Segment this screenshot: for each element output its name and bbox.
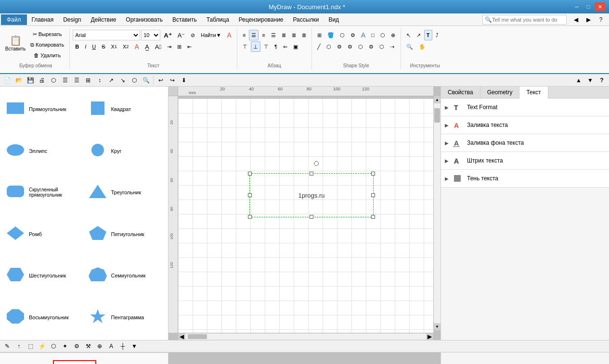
zoom-tool-btn[interactable]: 🔍 [404,41,415,52]
shape-item-star[interactable]: Пентаграмма [86,299,165,337]
shape-item-pentagon[interactable]: Пятиугольник [86,215,165,253]
shape-item-rect[interactable]: Прямоугольник [4,90,82,128]
tb-btn9[interactable]: ↕ [94,75,105,86]
tab-properties[interactable]: Свойства [441,87,480,98]
align-left-button[interactable]: ≡ [240,30,248,40]
tb-btn8[interactable]: ⊞ [83,75,93,86]
shape-item-hexagon[interactable]: Шестиугольник [4,257,82,295]
undo-btn[interactable]: ↩ [155,75,166,86]
canvas-scroll[interactable]: 1progs.ru [178,96,433,333]
tb-btn5[interactable]: ⬡ [48,75,59,86]
tb-btn7[interactable]: ☰ [71,75,82,86]
align-center-button[interactable]: ☰ [249,30,259,40]
list-options-button[interactable]: ≣ [299,30,309,40]
shape-btn7[interactable]: ⬡ [378,30,388,40]
print-btn[interactable]: 🖨 [37,75,47,86]
tb-btn12[interactable]: ⬡ [129,75,140,86]
text-color-picker[interactable]: A [225,30,234,40]
star-btn[interactable]: ✦ [60,341,70,351]
shadow-btn[interactable]: ⬡ [356,41,365,52]
tb-btn10[interactable]: ↗ [106,75,117,86]
tb-right2[interactable]: ▼ [585,75,596,86]
pan-tool-btn[interactable]: ✋ [416,41,428,52]
more-btn[interactable]: ▼ [129,341,140,351]
prop-text-format[interactable]: ▶ T Text Format [441,99,609,116]
align-justify-button[interactable]: ☰ [269,30,278,40]
shape-item-ellipse[interactable]: Эллипс [4,132,82,170]
prop-text-bg-fill[interactable]: ▶ A Заливка фона текста [441,134,609,152]
spacing-btn[interactable]: ⇥ [165,41,174,52]
connector-tool-btn[interactable]: ⤴ [433,30,441,40]
indent-btn[interactable]: ⇤ [185,41,194,52]
text-tool-btn[interactable]: T [424,30,432,40]
align-btn[interactable]: ┼ [117,341,128,351]
connector-btn[interactable]: ⇢ [388,41,397,52]
shadow-color-btn[interactable]: ⚙ [366,41,376,52]
redo-btn[interactable]: ↪ [167,75,178,86]
menu-insert[interactable]: Вставить [168,14,202,25]
prop-text-shadow[interactable]: ▶ Тень текста [441,170,609,188]
mini-shape[interactable]: — [53,360,96,364]
shape-item-octagon[interactable]: Восьмиугольник [4,299,82,337]
group-btn[interactable]: ⊕ [94,341,105,351]
tab-geometry[interactable]: Geometry [480,87,520,98]
tb-btn6[interactable]: ☰ [60,75,70,86]
menu-table[interactable]: Таблица [202,14,234,25]
shape-fill-button[interactable]: 🪣 [325,30,337,40]
line-btn[interactable]: ╱ [315,41,323,52]
superscript-button[interactable]: X2 [120,41,131,52]
scrollbar-vertical[interactable]: ▲ ▼ [433,96,441,330]
canvas-page[interactable]: 1progs.ru [178,99,433,333]
tb-btn13[interactable]: 🔍 [141,75,151,86]
menu-review[interactable]: Рецензирование [234,14,288,25]
cut-button[interactable]: ✂ Вырезать [28,29,66,39]
bold-button[interactable]: B [73,41,81,52]
open-btn[interactable]: 📂 [13,75,24,86]
line-color-btn[interactable]: ⚙ [345,41,355,52]
menu-action[interactable]: Действие [86,14,121,25]
clear-format-button[interactable]: ⊘ [188,30,197,40]
rtl-button[interactable]: ⇐ [281,41,290,52]
delete-button[interactable]: 🗑 Удалить [28,50,66,61]
prop-text-stroke[interactable]: ▶ A Штрих текста [441,152,609,170]
minimize-button[interactable]: ─ [571,2,582,11]
tb-help[interactable]: ? [596,75,607,86]
shape-tools-btn[interactable]: ⬚ [25,341,36,351]
align-top-button[interactable]: ⊤ [240,41,250,52]
tools-btn[interactable]: ⚒ [83,341,93,351]
line-weight-btn[interactable]: ⚙ [335,41,344,52]
search-input[interactable] [492,17,564,23]
shape-item-rhombus[interactable]: Ромб [4,215,82,253]
quick-style-btn[interactable]: □ [369,30,377,40]
rotation-handle[interactable] [314,161,319,166]
text-btn[interactable]: A [106,341,117,351]
shape-btn8[interactable]: ⊕ [389,30,398,40]
scroll-thumb-h[interactable] [188,334,207,339]
close-button[interactable]: ✕ [595,2,605,11]
strikethrough-button[interactable]: S [99,41,107,52]
file-menu[interactable]: Файл [1,14,27,25]
shape-item-circle[interactable]: Круг [86,132,165,170]
menu-organize[interactable]: Организовать [121,14,168,25]
draw-tool-btn[interactable]: ✎ [2,341,13,351]
scroll-thumb-v[interactable] [434,108,440,123]
highlight-button[interactable]: A̲ [143,41,152,52]
paragraph-options-button[interactable]: ▣ [291,41,300,52]
help-back-button[interactable]: ◀ [570,14,581,25]
fill-effect-btn[interactable]: ⬡ [377,41,387,52]
font-btn2[interactable]: A⃝ [153,41,164,52]
line-style-btn[interactable]: ⬡ [324,41,334,52]
prop-text-fill[interactable]: ▶ A Заливка текста [441,116,609,134]
shape-item-triangle[interactable]: Треугольник [86,174,165,212]
shape-style-btn1[interactable]: ⊞ [315,30,324,40]
shape-effect-button[interactable]: ⚙ [348,30,358,40]
menu-mailings[interactable]: Рассылки [288,14,324,25]
tb-btn11[interactable]: ↘ [117,75,128,86]
maximize-button[interactable]: □ [583,2,594,11]
scrollbar-horizontal[interactable]: ◀ ▶ [178,333,433,340]
paste-button[interactable]: 📋 Вставить [5,29,26,57]
shape-item-heptagon[interactable]: Семиугольник [86,257,165,295]
underline-button[interactable]: U [90,41,98,52]
menu-design[interactable]: Design [58,14,86,25]
para-spacing-button[interactable]: ¶ [272,41,280,52]
